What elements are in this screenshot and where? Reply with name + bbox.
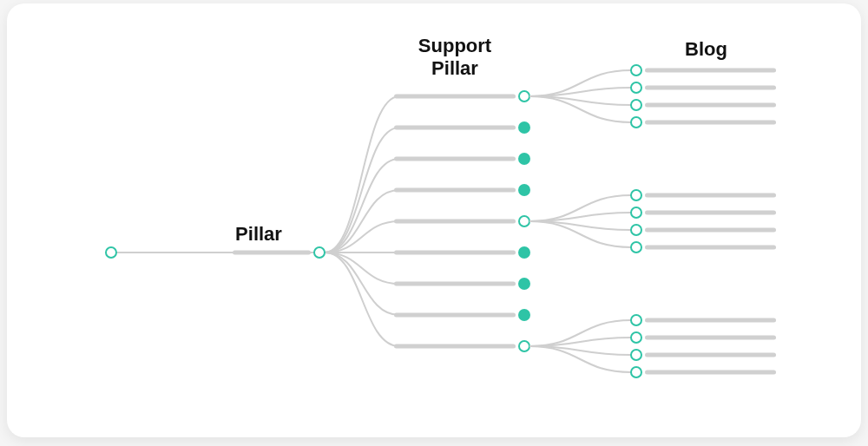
support-bar (394, 126, 516, 130)
support-node-0 (519, 91, 529, 102)
blog-bar (645, 69, 776, 73)
blog-bar (645, 371, 776, 375)
blog-bar (645, 211, 776, 215)
blog-node-0-1 (631, 82, 641, 93)
blog-bar (645, 336, 776, 340)
support-bar (394, 157, 516, 161)
blog-node-4-0 (631, 190, 641, 200)
blog-node-4-3 (631, 242, 641, 253)
connector-curve (325, 253, 399, 284)
support-bar (394, 313, 516, 318)
blog-bar (645, 86, 776, 90)
connector-curve (325, 190, 399, 253)
blog-node-0-3 (631, 117, 641, 128)
connector-curve (325, 253, 399, 315)
support-bar (394, 220, 516, 224)
connector-curve (325, 253, 399, 346)
blog-bar (645, 318, 776, 323)
support-node-1 (519, 122, 529, 133)
blog-node-4-1 (631, 207, 641, 218)
blog-bar (645, 103, 776, 108)
support-node-6 (519, 279, 529, 289)
support-node-5 (519, 247, 529, 258)
support-node-4 (519, 216, 529, 226)
blog-bar (645, 193, 776, 198)
support-node-3 (519, 185, 529, 195)
blog-bar (645, 228, 776, 233)
support-node-7 (519, 310, 529, 320)
support-bar (394, 282, 516, 286)
blog-node-8-1 (631, 332, 641, 343)
diagram-card: PillarSupportPillarBlog (7, 3, 861, 437)
blog-node-0-0 (631, 65, 641, 75)
connector-curve (325, 96, 399, 253)
connector-curve (325, 128, 399, 253)
support-bar (394, 95, 516, 99)
support-bar (394, 251, 516, 255)
blog-node-4-2 (631, 225, 641, 235)
blog-node-8-0 (631, 315, 641, 325)
blog-bar (645, 121, 776, 125)
content-hierarchy-diagram: PillarSupportPillarBlog (7, 3, 861, 437)
blog-node-8-3 (631, 367, 641, 377)
support_pillar_line2: Pillar (431, 57, 478, 79)
root-node (106, 247, 116, 258)
pillar-node (314, 247, 325, 258)
blog-bar (645, 353, 776, 357)
blog-node-8-2 (631, 350, 641, 360)
pillar: Pillar (235, 223, 282, 245)
support-node-2 (519, 154, 529, 164)
root-bar (233, 251, 311, 255)
support-bar (394, 344, 516, 349)
blog-node-0-2 (631, 100, 641, 110)
support_pillar_line1: Support (418, 35, 492, 56)
blog: Blog (685, 38, 727, 60)
support-bar (394, 188, 516, 193)
support-node-8 (519, 341, 529, 351)
blog-bar (645, 246, 776, 250)
